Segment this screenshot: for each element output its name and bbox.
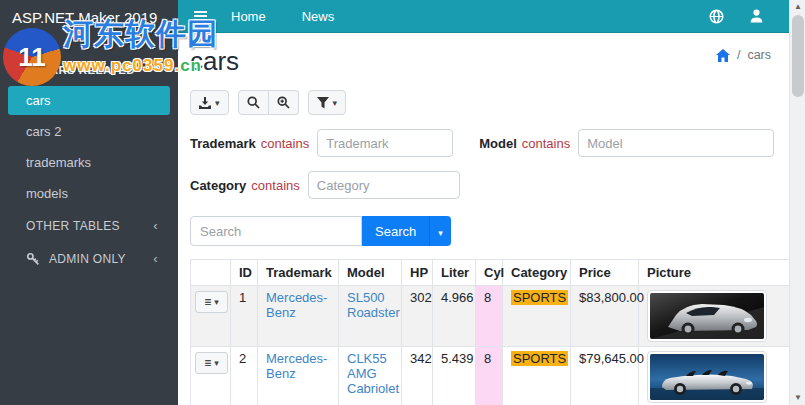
model-filter-input[interactable] bbox=[578, 129, 774, 157]
model-link[interactable]: SL500 Roadster bbox=[347, 290, 400, 320]
cell-liter: 4.966 bbox=[433, 286, 476, 347]
filter-field-label: Category bbox=[190, 178, 246, 193]
nav-link-home[interactable]: Home bbox=[231, 9, 266, 24]
table-row: ≡▾ 2 Mercedes-Benz CLK55 AMG Cabriolet 3… bbox=[191, 347, 790, 405]
sidebar-group-other-tables[interactable]: OTHER TABLES ‹ bbox=[8, 210, 170, 241]
row-menu-button[interactable]: ≡▾ bbox=[195, 352, 228, 374]
app-window: ASP.NET Maker 2019 CARS RELATED cars car… bbox=[0, 0, 805, 405]
quick-search-button[interactable] bbox=[238, 90, 269, 115]
sidebar-item-cars[interactable]: cars bbox=[8, 86, 170, 115]
cell-picture bbox=[639, 347, 790, 405]
download-icon bbox=[199, 97, 211, 109]
magnifier-plus-icon bbox=[277, 96, 290, 109]
cell-price: $83,800.00 bbox=[571, 286, 639, 347]
cell-id: 2 bbox=[231, 347, 258, 405]
scroll-up-arrow[interactable]: ▲ bbox=[790, 0, 805, 14]
cell-picture bbox=[639, 286, 790, 347]
breadcrumb-current: cars bbox=[747, 48, 771, 62]
sidebar-section-label: CARS RELATED bbox=[41, 64, 135, 76]
cars-table: ID Trademark Model HP Liter Cyl Category… bbox=[190, 259, 789, 405]
caret-down-icon: ▾ bbox=[438, 228, 443, 238]
filter-field-label: Trademark bbox=[190, 136, 256, 151]
nav-link-news[interactable]: News bbox=[302, 9, 335, 24]
filter-row-1: Trademark contains Model contains bbox=[190, 129, 785, 157]
sidebar-toggle-icon[interactable] bbox=[194, 11, 207, 21]
chevron-left-icon: ‹ bbox=[153, 251, 158, 266]
model-link[interactable]: CLK55 AMG Cabriolet bbox=[347, 351, 399, 396]
col-header-price: Price bbox=[571, 260, 639, 286]
cell-category: SPORTS bbox=[503, 286, 571, 347]
hamburger-icon: ≡ bbox=[204, 295, 211, 309]
search-button-group bbox=[238, 90, 299, 115]
filter-button[interactable]: ▾ bbox=[308, 90, 347, 115]
user-icon[interactable] bbox=[750, 9, 763, 23]
table-header-row: ID Trademark Model HP Liter Cyl Category… bbox=[191, 260, 790, 286]
sidebar-item-cars-2[interactable]: cars 2 bbox=[8, 117, 170, 146]
top-navbar: Home News bbox=[178, 0, 805, 33]
key-icon bbox=[26, 252, 40, 266]
col-header-liter: Liter bbox=[433, 260, 476, 286]
sidebar-section-cars-related: CARS RELATED bbox=[0, 54, 178, 84]
filter-operator-label: contains bbox=[261, 136, 309, 151]
col-header-cyl: Cyl bbox=[476, 260, 503, 286]
toolbar: ▾ ▾ bbox=[190, 90, 785, 115]
cell-id: 1 bbox=[231, 286, 258, 347]
cell-price: $79,645.00 bbox=[571, 347, 639, 405]
search-input[interactable] bbox=[190, 216, 362, 246]
sidebar-item-models[interactable]: models bbox=[8, 179, 170, 208]
trademark-link[interactable]: Mercedes-Benz bbox=[266, 351, 327, 381]
col-header-trademark: Trademark bbox=[258, 260, 339, 286]
col-header-picture: Picture bbox=[639, 260, 790, 286]
car-icon bbox=[16, 64, 33, 76]
search-bar: Search ▾ bbox=[190, 216, 785, 246]
caret-down-icon: ▾ bbox=[214, 297, 219, 307]
globe-icon[interactable] bbox=[709, 9, 724, 24]
cell-cyl: 8 bbox=[476, 347, 503, 405]
category-highlight: SPORTS bbox=[511, 351, 568, 366]
row-menu-button[interactable]: ≡▾ bbox=[195, 291, 228, 313]
sidebar: ASP.NET Maker 2019 CARS RELATED cars car… bbox=[0, 0, 178, 405]
table-row: ≡▾ 1 Mercedes-Benz SL500 Roadster 302 4.… bbox=[191, 286, 790, 347]
vertical-scrollbar[interactable]: ▲ ▼ bbox=[789, 0, 805, 405]
category-filter-input[interactable] bbox=[308, 171, 460, 199]
caret-down-icon: ▾ bbox=[214, 358, 219, 368]
breadcrumb-divider: / bbox=[737, 48, 740, 62]
hamburger-icon: ≡ bbox=[204, 356, 211, 370]
col-header-category: Category bbox=[503, 260, 571, 286]
col-header-menu bbox=[191, 260, 231, 286]
col-header-hp: HP bbox=[402, 260, 433, 286]
search-button[interactable]: Search bbox=[362, 216, 429, 246]
funnel-icon bbox=[317, 97, 329, 109]
breadcrumb: / cars bbox=[716, 48, 785, 62]
filter-row-2: Category contains bbox=[190, 171, 785, 199]
chevron-left-icon: ‹ bbox=[153, 218, 158, 233]
filter-field-label: Model bbox=[479, 136, 517, 151]
brand-title: ASP.NET Maker 2019 bbox=[0, 0, 178, 32]
advanced-search-button[interactable] bbox=[269, 90, 299, 115]
car-photo-sl500 bbox=[647, 290, 767, 342]
cell-hp: 302 bbox=[402, 286, 433, 347]
trademark-filter-input[interactable] bbox=[317, 129, 453, 157]
category-highlight: SPORTS bbox=[511, 290, 568, 305]
page-title: cars bbox=[190, 46, 239, 77]
filter-operator-label: contains bbox=[251, 178, 299, 193]
export-button[interactable]: ▾ bbox=[190, 90, 229, 115]
filter-operator-label: contains bbox=[522, 136, 570, 151]
col-header-id: ID bbox=[231, 260, 258, 286]
cell-cyl: 8 bbox=[476, 286, 503, 347]
sidebar-group-admin-only[interactable]: ADMIN ONLY ‹ bbox=[8, 243, 170, 274]
home-icon[interactable] bbox=[716, 49, 730, 62]
scroll-down-arrow[interactable]: ▼ bbox=[790, 391, 805, 405]
caret-down-icon: ▾ bbox=[215, 98, 220, 108]
search-options-caret-button[interactable]: ▾ bbox=[429, 216, 451, 246]
car-photo-clk55 bbox=[647, 351, 767, 403]
magnifier-icon bbox=[247, 96, 260, 109]
caret-down-icon: ▾ bbox=[333, 98, 338, 108]
cell-liter: 5.439 bbox=[433, 347, 476, 405]
scrollbar-thumb[interactable] bbox=[792, 15, 804, 97]
trademark-link[interactable]: Mercedes-Benz bbox=[266, 290, 327, 320]
sidebar-item-trademarks[interactable]: trademarks bbox=[8, 148, 170, 177]
cell-hp: 342 bbox=[402, 347, 433, 405]
col-header-model: Model bbox=[339, 260, 402, 286]
main-content: cars / cars ▾ bbox=[178, 34, 789, 405]
